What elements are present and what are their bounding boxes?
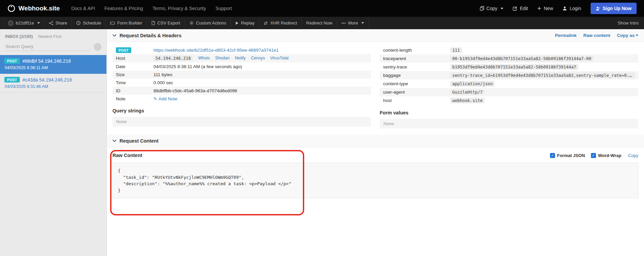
chevron-down-icon <box>112 140 117 142</box>
edit-button[interactable]: Edit <box>513 6 528 11</box>
copy-content-link[interactable]: Copy <box>628 153 638 158</box>
ellipsis-icon <box>341 22 346 24</box>
redirect-now-button[interactable]: Redirect Now <box>302 17 337 29</box>
main-panel: Request Details & Headers Permalink Raw … <box>107 29 644 256</box>
brand-label: Webhook.site <box>18 5 60 12</box>
sidebar-header: INBOX (2/100) Newest First <box>0 29 106 40</box>
request-list-item[interactable]: POST #88dbf 54.194.246.218 04/03/2025 8:… <box>0 55 106 74</box>
table-row: Note ✎Add Note <box>112 95 371 103</box>
form-values-empty: None <box>380 119 638 129</box>
search-help-button[interactable] <box>94 43 101 51</box>
topnav-links: Docs & API Features & Pricing Terms, Pri… <box>71 6 232 11</box>
inbox-count-label: INBOX (2/100) <box>5 34 33 39</box>
request-url-link[interactable]: https://webhook.site/b22df51e-d853-42cf-… <box>153 48 279 53</box>
raw-content-title: Raw Content <box>112 153 142 158</box>
header-value: 111 <box>450 47 462 53</box>
headers-table: content-length111 traceparent00-b1953df9… <box>380 46 638 105</box>
id-label: ID <box>112 87 150 95</box>
content-area: INBOX (2/100) Newest First POST #88dbf 5… <box>0 29 644 256</box>
more-dropdown[interactable]: More <box>337 17 369 29</box>
header-value: webhook.site <box>450 98 485 103</box>
search-row <box>0 40 106 55</box>
censys-link[interactable]: Censys <box>251 56 265 60</box>
permalink-link[interactable]: Permalink <box>555 33 577 38</box>
add-note-link[interactable]: ✎Add Note <box>153 96 177 101</box>
share-icon <box>49 21 53 25</box>
request-list-item[interactable]: POST #c43da 54.194.246.218 04/03/2025 8:… <box>0 74 106 93</box>
format-json-checkbox[interactable]: ✓ <box>550 153 555 158</box>
request-date: 04/03/2025 8:36:11 AM <box>4 65 102 70</box>
show-intro-link[interactable]: Show Intro <box>612 17 644 29</box>
replay-button[interactable]: Replay <box>231 17 259 29</box>
search-input[interactable] <box>5 42 90 51</box>
table-row: Date 04/03/2025 8:36:11 AM (a few second… <box>112 62 371 70</box>
gear-icon <box>189 21 194 25</box>
table-row: hostwebhook.site <box>380 96 638 105</box>
custom-actions-button[interactable]: Custom Actions <box>185 17 231 29</box>
post-method-badge: POST <box>4 58 20 64</box>
table-row: sentry-traceb1953df9ed4e43d8b707151e33aa… <box>380 63 638 71</box>
details-actions: Permalink Raw content Copy as <box>555 33 638 38</box>
share-button[interactable]: Share <box>45 17 72 29</box>
top-navbar: Webhook.site Docs & API Features & Prici… <box>0 0 644 17</box>
query-strings-title: Query strings <box>112 108 371 113</box>
table-row: traceparent00-b1953df9ed4e43d8b707151e33… <box>380 54 638 63</box>
nav-terms-privacy-security[interactable]: Terms, Privacy & Security <box>152 6 206 11</box>
form-values-title: Form values <box>380 110 638 115</box>
nav-docs-api[interactable]: Docs & API <box>71 6 95 11</box>
new-button[interactable]: New <box>537 6 553 11</box>
request-id-ip: #c43da 54.194.246.218 <box>22 77 72 83</box>
whois-link[interactable]: Whois <box>198 56 210 60</box>
clock-icon <box>76 21 81 25</box>
sort-order-toggle[interactable]: Newest First <box>38 34 61 39</box>
topnav-right: Copy Edit New Login Sign Up Now <box>480 3 637 14</box>
details-section-title[interactable]: Request Details & Headers <box>112 33 182 38</box>
raw-content-section: Raw Content ✓ Format JSON ✓ Word-Wrap Co… <box>107 147 644 198</box>
pencil-square-icon <box>513 6 517 11</box>
time-label: Time <box>112 79 150 87</box>
token-dropdown[interactable]: b22df51e <box>3 17 45 29</box>
raw-content-header: Raw Content ✓ Format JSON ✓ Word-Wrap Co… <box>112 153 638 158</box>
host-ip-value: 54.194.246.218 <box>153 55 193 61</box>
copy-as-dropdown[interactable]: Copy as <box>617 33 638 38</box>
brand[interactable]: Webhook.site <box>7 4 60 12</box>
request-content-section-title[interactable]: Request Content <box>112 138 158 144</box>
form-builder-button[interactable]: Form Builder <box>106 17 147 29</box>
copy-dropdown[interactable]: Copy <box>480 6 504 11</box>
table-row: Time 0.000 sec <box>112 79 371 87</box>
date-value: 04/03/2025 8:36:11 AM (a few seconds ago… <box>150 62 371 70</box>
raw-content-link[interactable]: Raw content <box>583 33 610 38</box>
table-row: Host 54.194.246.218 Whois Shodan Netify … <box>112 54 371 62</box>
header-value: b1953df9ed4e43d8b707151e33aa5a82-58b0918… <box>450 64 578 70</box>
host-label: Host <box>112 54 150 62</box>
login-button[interactable]: Login <box>562 6 581 11</box>
time-value: 0.000 sec <box>150 79 371 87</box>
post-method-badge: POST <box>4 77 20 83</box>
shodan-link[interactable]: Shodan <box>215 56 230 60</box>
nav-features-pricing[interactable]: Features & Pricing <box>104 6 143 11</box>
signup-button[interactable]: Sign Up Now <box>591 3 637 14</box>
toolbar: b22df51e Share Schedule Form Builder CSV… <box>0 17 644 29</box>
table-row: Size 111 bytes <box>112 70 371 79</box>
raw-content-code: { "task_id": "RUtkYUtvNkFycjloWC9EMHlOWm… <box>112 163 638 198</box>
word-wrap-checkbox[interactable]: ✓ <box>591 153 596 158</box>
exchange-arrows-icon <box>264 21 268 25</box>
caret-down-icon <box>37 22 40 24</box>
details-columns: POST https://webhook.site/b22df51e-d853-… <box>107 42 644 129</box>
sidebar: INBOX (2/100) Newest First POST #88dbf 5… <box>0 29 107 256</box>
netify-link[interactable]: Netify <box>235 56 246 60</box>
header-value: GuzzleHttp/7 <box>450 89 485 95</box>
plus-icon <box>537 6 541 10</box>
schedule-button[interactable]: Schedule <box>72 17 106 29</box>
caret-down-icon <box>361 22 364 24</box>
xhr-redirect-button[interactable]: XHR Redirect <box>259 17 302 29</box>
word-wrap-label: Word-Wrap <box>598 153 622 158</box>
nav-support[interactable]: Support <box>216 6 232 11</box>
headers-column: content-length111 traceparent00-b1953df9… <box>380 46 638 129</box>
virustotal-link[interactable]: VirusTotal <box>270 56 289 60</box>
caret-down-icon <box>501 8 503 9</box>
id-value: 88dbffbb-c5dc-45a6-963a-d7074d6ed096 <box>150 87 371 95</box>
table-row: user-agentGuzzleHttp/7 <box>380 88 638 96</box>
post-method-badge: POST <box>116 47 131 53</box>
csv-export-button[interactable]: CSV Export <box>147 17 185 29</box>
